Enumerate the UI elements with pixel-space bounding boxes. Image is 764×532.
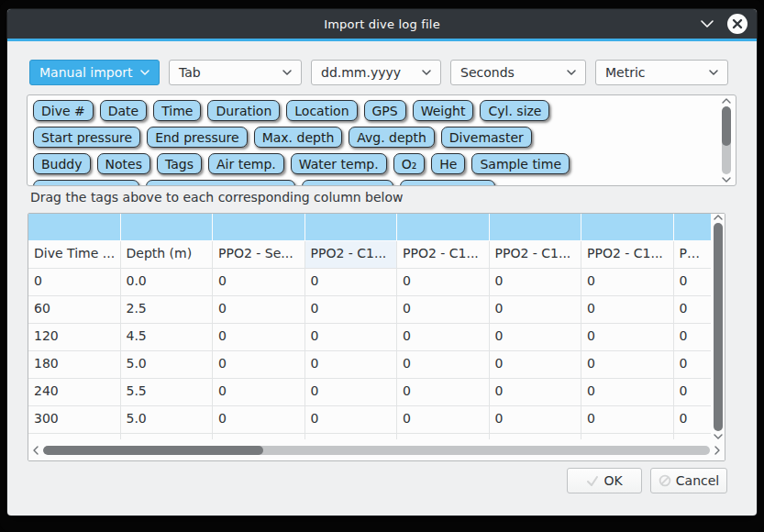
table-cell: 0 [674,296,713,324]
table-header-row: Dive Time ...Depth (m)PPO2 - Se...PPO2 -… [28,241,712,269]
column-drop-cell[interactable] [674,214,713,241]
table-cell: 5.0 [121,351,214,379]
table-row: 00.0000000 [28,269,712,296]
tag-dive-[interactable]: Dive # [33,100,94,121]
column-drop-cell[interactable] [121,214,214,241]
tag-row: BuddyNotesTagsAir temp.Water temp.O₂HeSa… [33,153,712,174]
column-header: PPO2 - Se... [213,241,305,269]
table-cell: 5.5 [121,379,214,406]
chevron-down-icon[interactable] [700,19,714,28]
table-cell: 120 [28,324,121,351]
titlebar[interactable]: Import dive log file [7,9,757,39]
table-cell: 60 [28,296,121,324]
column-drop-cell[interactable] [305,214,398,241]
column-header: PPO2 - C1... [305,241,398,269]
scrollbar-track[interactable] [722,106,731,174]
table-vertical-scrollbar[interactable] [711,214,725,440]
tag-sample-depth[interactable]: Sample depth [33,180,139,186]
combo-dd-mm-yyyy[interactable]: dd.mm.yyyy [311,60,441,85]
scrollbar-thumb[interactable] [714,223,723,431]
table-cell: 0 [305,406,398,434]
tag-water-temp-[interactable]: Water temp. [291,153,387,174]
table-horizontal-scrollbar[interactable] [28,439,725,460]
column-drop-cell[interactable] [490,214,582,241]
close-icon [732,18,743,29]
tag-location[interactable]: Location [286,100,357,121]
cancel-icon [659,474,671,487]
tag-date[interactable]: Date [100,100,147,121]
tag-he[interactable]: He [431,153,465,174]
combo-seconds[interactable]: Seconds [450,60,586,85]
tag-o-[interactable]: O₂ [393,153,426,174]
tag-end-pressure[interactable]: End pressure [147,127,248,148]
combo-manual-import[interactable]: Manual import [29,60,160,85]
tag-tags[interactable]: Tags [157,153,202,174]
tag-start-pressure[interactable]: Start pressure [33,127,140,148]
tag-avg-depth[interactable]: Avg. depth [349,127,435,148]
tags-vertical-scrollbar[interactable] [720,97,733,183]
tag-sample-time[interactable]: Sample time [471,153,570,174]
table-cell: 0 [213,296,305,324]
scroll-up-icon[interactable] [713,214,724,221]
column-header: PPO2 - C1... [397,241,490,269]
chevron-down-icon [139,69,150,76]
column-header: PPO2 [674,241,713,269]
drag-hint: Drag the tags above to each correspondin… [30,190,404,205]
table-cell: 0 [397,351,490,379]
combo-tab[interactable]: Tab [169,60,302,85]
tag-divemaster[interactable]: Divemaster [441,127,532,148]
tag-rows: Dive #DateTimeDurationLocationGPSWeightC… [33,100,712,186]
tag-weight[interactable]: Weight [413,100,474,121]
table-cell: 0 [213,351,305,379]
chevron-down-icon [708,69,719,76]
scrollbar-thumb[interactable] [722,106,731,146]
cancel-button[interactable]: Cancel [650,468,727,493]
column-drop-cell[interactable] [397,214,490,241]
tag-sample-cns[interactable]: Sample CNS [400,180,495,186]
tag-air-temp-[interactable]: Air temp. [208,153,284,174]
column-drop-cell[interactable] [581,214,674,241]
table-cell: 0 [674,324,713,351]
import-preview-table: Dive Time ...Depth (m)PPO2 - Se...PPO2 -… [28,213,725,461]
tag-gps[interactable]: GPS [364,100,406,121]
ok-button-label: OK [603,473,622,488]
table-cell: 0 [490,351,582,379]
table-cell: 0 [581,379,674,406]
tag-row: Sample depthSample temperatureSample pO₂… [33,180,712,186]
tag-notes[interactable]: Notes [97,153,150,174]
combo-value: Tab [179,65,201,80]
table-cell: 0 [674,379,713,406]
scrollbar-thumb[interactable] [43,446,263,455]
tag-row: Dive #DateTimeDurationLocationGPSWeightC… [33,100,712,121]
tag-row: Start pressureEnd pressureMax. depthAvg.… [33,127,712,148]
column-drop-cell[interactable] [213,214,305,241]
column-drop-cell[interactable] [28,214,121,241]
scroll-left-icon[interactable] [32,445,39,456]
tag-max-depth[interactable]: Max. depth [254,127,343,148]
table-cell: 0 [397,269,490,296]
scroll-up-icon[interactable] [721,97,732,105]
tag-sample-po-[interactable]: Sample pO₂ [302,180,393,186]
table-cell: 0 [490,296,582,324]
table-cell: 0 [213,324,305,351]
close-button[interactable] [727,14,747,34]
table-row: 3005.0000000 [28,406,712,434]
tag-cyl-size[interactable]: Cyl. size [480,100,549,121]
combo-metric[interactable]: Metric [595,60,728,85]
scroll-down-icon[interactable] [721,176,732,183]
table-cell: 240 [28,379,121,406]
table-cell: 0 [213,269,305,296]
table-cell: 0 [397,296,490,324]
chevron-down-icon [421,69,432,76]
tag-buddy[interactable]: Buddy [33,153,91,174]
tag-time[interactable]: Time [153,100,201,121]
table-cell: 0 [397,324,490,351]
scrollbar-track[interactable] [43,446,710,455]
ok-button[interactable]: OK [567,468,642,493]
chevron-down-icon [566,69,577,76]
column-header: Dive Time ... [28,241,121,269]
tag-duration[interactable]: Duration [207,100,280,121]
scroll-right-icon[interactable] [714,445,721,456]
tag-sample-temperature[interactable]: Sample temperature [146,180,295,186]
column-header: Depth (m) [121,241,214,269]
